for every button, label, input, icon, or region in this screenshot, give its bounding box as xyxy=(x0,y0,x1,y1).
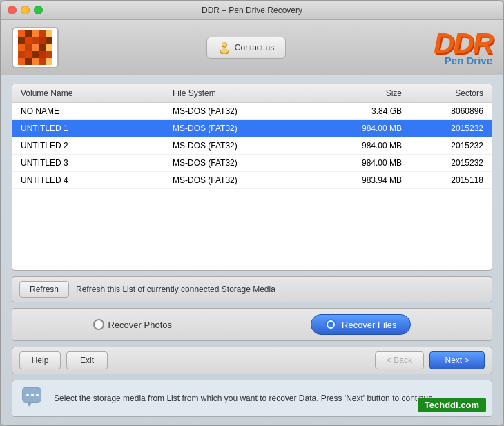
app-header: Contact us DDR Pen Drive xyxy=(1,20,503,75)
recover-photos-radio[interactable] xyxy=(93,319,104,330)
svg-point-8 xyxy=(31,394,34,396)
info-bar: Select the storage media from List from … xyxy=(12,380,492,417)
recover-files-radio xyxy=(325,319,336,330)
table-cell: UNTITLED 2 xyxy=(18,139,170,152)
svg-marker-6 xyxy=(28,403,32,407)
window-title: DDR – Pen Drive Recovery xyxy=(202,6,302,15)
table-cell: 984.00 MB xyxy=(322,157,405,169)
refresh-description: Refresh this List of currently connected… xyxy=(76,284,275,294)
table-cell: UNTITLED 3 xyxy=(18,157,170,169)
contact-button[interactable]: Contact us xyxy=(206,37,286,59)
recover-files-label: Recover Files xyxy=(342,320,396,330)
table-row[interactable]: UNTITLED 4MS-DOS (FAT32)983.94 MB2015118 xyxy=(12,172,492,189)
table-cell: 983.94 MB xyxy=(322,174,405,186)
table-cell: MS-DOS (FAT32) xyxy=(170,157,322,169)
col-header-size: Size xyxy=(322,87,405,99)
svg-point-7 xyxy=(26,394,29,396)
table-cell: MS-DOS (FAT32) xyxy=(170,139,322,152)
traffic-lights xyxy=(8,6,43,14)
table-cell: 2015232 xyxy=(405,157,486,169)
minimize-button[interactable] xyxy=(21,6,30,14)
table-cell: MS-DOS (FAT32) xyxy=(170,122,322,135)
table-cell: 2015118 xyxy=(405,174,486,186)
back-button[interactable]: < Back xyxy=(375,351,424,369)
techddi-badge: Techddi.com xyxy=(418,398,486,412)
next-button[interactable]: Next > xyxy=(429,351,485,369)
table-cell: MS-DOS (FAT32) xyxy=(170,174,322,186)
app-window: DDR – Pen Drive Recovery Contact us DDR … xyxy=(0,0,504,426)
table-cell: 2015232 xyxy=(405,139,486,152)
col-header-sectors: Sectors xyxy=(405,87,486,99)
contact-label: Contact us xyxy=(235,43,274,52)
close-button[interactable] xyxy=(8,6,17,14)
col-header-fs: File System xyxy=(170,87,322,99)
refresh-button[interactable]: Refresh xyxy=(19,281,69,298)
recover-files-button[interactable]: Recover Files xyxy=(311,314,411,335)
svg-point-3 xyxy=(220,48,228,53)
titlebar: DDR – Pen Drive Recovery xyxy=(1,1,503,20)
brand-ddr: DDR xyxy=(434,29,492,58)
svg-point-9 xyxy=(36,394,39,396)
maximize-button[interactable] xyxy=(34,6,43,14)
checker-icon xyxy=(18,30,52,65)
recovery-mode-bar: Recover Photos Recover Files xyxy=(12,308,492,341)
table-body[interactable]: NO NAMEMS-DOS (FAT32)3.84 GB8060896UNTIT… xyxy=(12,103,492,270)
table-row[interactable]: UNTITLED 1MS-DOS (FAT32)984.00 MB2015232 xyxy=(12,120,492,137)
table-cell: 8060896 xyxy=(405,105,486,117)
table-cell: 3.84 GB xyxy=(322,105,405,117)
table-row[interactable]: UNTITLED 2MS-DOS (FAT32)984.00 MB2015232 xyxy=(12,137,492,155)
svg-point-2 xyxy=(222,42,226,46)
radio-dot xyxy=(328,322,333,327)
info-icon xyxy=(21,386,46,411)
person-icon xyxy=(218,41,231,54)
app-logo xyxy=(12,27,59,68)
main-content: Volume Name File System Size Sectors NO … xyxy=(1,75,503,425)
recover-photos-option[interactable]: Recover Photos xyxy=(93,319,173,330)
col-header-name: Volume Name xyxy=(18,87,170,99)
table-row[interactable]: NO NAMEMS-DOS (FAT32)3.84 GB8060896 xyxy=(12,103,492,120)
table-row[interactable]: UNTITLED 3MS-DOS (FAT32)984.00 MB2015232 xyxy=(12,155,492,172)
volume-table: Volume Name File System Size Sectors NO … xyxy=(12,84,492,271)
table-cell: 984.00 MB xyxy=(322,139,405,152)
table-cell: UNTITLED 4 xyxy=(18,174,170,186)
table-cell: MS-DOS (FAT32) xyxy=(170,105,322,117)
recover-photos-label: Recover Photos xyxy=(108,320,173,330)
help-button[interactable]: Help xyxy=(19,351,61,369)
table-cell: 984.00 MB xyxy=(322,122,405,135)
table-cell: 2015232 xyxy=(405,122,486,135)
table-cell: UNTITLED 1 xyxy=(18,122,170,135)
table-cell: NO NAME xyxy=(18,105,170,117)
exit-button[interactable]: Exit xyxy=(66,351,108,369)
table-header: Volume Name File System Size Sectors xyxy=(12,84,492,103)
navigation-bar: Help Exit < Back Next > xyxy=(12,347,492,374)
refresh-bar: Refresh Refresh this List of currently c… xyxy=(12,276,492,302)
brand-logo: DDR Pen Drive xyxy=(434,29,492,66)
info-message: Select the storage media from List from … xyxy=(54,392,440,405)
